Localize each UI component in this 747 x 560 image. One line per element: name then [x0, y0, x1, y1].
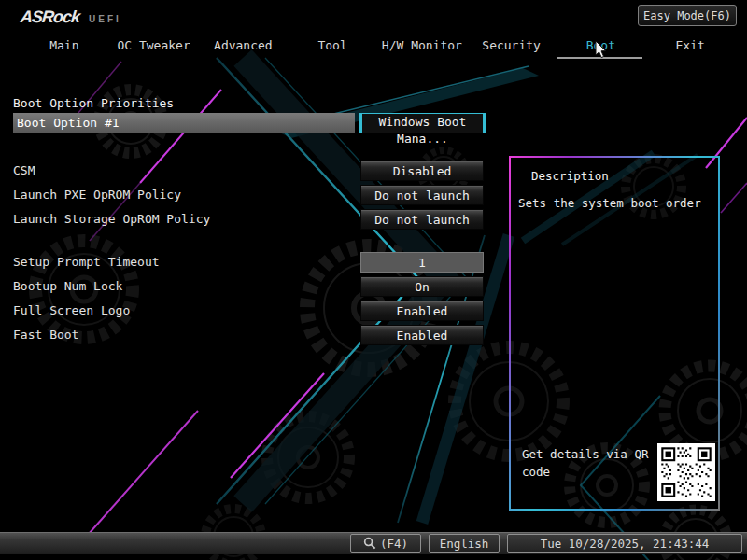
bootup-numlock-value-button[interactable]: On	[360, 276, 484, 297]
tab-security[interactable]: Security	[467, 35, 557, 60]
csm-value-button[interactable]: Disabled	[360, 161, 484, 181]
setting-row-pxe-oprom: Launch PXE OpROM Policy Do not launch	[0, 185, 504, 205]
fast-boot-value-button[interactable]: Enabled	[360, 325, 484, 345]
tab-oc-tweaker[interactable]: OC Tweaker	[109, 35, 199, 60]
setting-row-fast-boot: Fast Boot Enabled	[0, 325, 504, 345]
asrock-logo-text: ASRock	[20, 7, 80, 27]
description-text: Sets the system boot order	[518, 196, 712, 210]
tab-tool[interactable]: Tool	[288, 35, 377, 60]
setting-label: Launch PXE OpROM Policy	[13, 185, 181, 205]
pxe-oprom-value-button[interactable]: Do not launch	[360, 185, 484, 205]
setting-label: CSM	[13, 161, 35, 181]
setting-label: Full Screen Logo	[13, 301, 130, 321]
boot-settings-page: Boot Option Priorities Boot Option #1 Wi…	[0, 0, 747, 560]
full-screen-logo-value-button[interactable]: Enabled	[360, 301, 484, 321]
tab-hw-monitor[interactable]: H/W Monitor	[377, 35, 467, 60]
qr-code-icon	[657, 443, 715, 501]
setting-row-setup-prompt-timeout: Setup Prompt Timeout 1	[0, 252, 504, 273]
description-title: Description	[531, 169, 609, 183]
status-bar: (F4) English Tue 10/28/2025, 21:43:44	[0, 532, 747, 554]
setup-prompt-timeout-field[interactable]: 1	[360, 252, 484, 273]
search-button[interactable]: (F4)	[350, 534, 421, 553]
asrock-logo: ASRock UEFI	[21, 7, 121, 27]
mouse-cursor-icon	[595, 41, 608, 60]
setting-row-csm: CSM Disabled	[0, 161, 504, 181]
datetime-display[interactable]: Tue 10/28/2025, 21:43:44	[507, 534, 742, 553]
boot-option-1-value[interactable]: Windows Boot Mana...	[359, 113, 486, 133]
search-hotkey-label: (F4)	[380, 537, 408, 551]
section-title: Boot Option Priorities	[13, 96, 174, 110]
tab-exit[interactable]: Exit	[645, 35, 735, 60]
storage-oprom-value-button[interactable]: Do not launch	[360, 209, 484, 230]
uefi-logo-text: UEFI	[89, 14, 121, 24]
tab-advanced[interactable]: Advanced	[199, 35, 289, 60]
description-divider	[511, 189, 718, 189]
setting-row-bootup-numlock: Bootup Num-Lock On	[0, 276, 504, 297]
qr-label: Get details via QR code	[522, 445, 660, 482]
setting-row-storage-oprom: Launch Storage OpROM Policy Do not launc…	[0, 209, 504, 230]
language-button[interactable]: English	[429, 534, 500, 553]
boot-option-1-row[interactable]: Boot Option #1	[13, 113, 355, 133]
setting-label: Fast Boot	[13, 325, 78, 345]
top-header: ASRock UEFI Easy Mode(F6)	[0, 0, 747, 34]
uefi-screen: ASRock UEFI Easy Mode(F6) Main OC Tweake…	[0, 0, 747, 560]
setting-label: Setup Prompt Timeout	[13, 252, 160, 273]
setting-label: Launch Storage OpROM Policy	[13, 209, 210, 230]
easy-mode-button[interactable]: Easy Mode(F6)	[638, 5, 737, 26]
tab-main[interactable]: Main	[20, 35, 109, 60]
setting-row-full-screen-logo: Full Screen Logo Enabled	[0, 301, 504, 321]
description-panel: Description Sets the system boot order G…	[509, 156, 720, 511]
setting-label: Bootup Num-Lock	[13, 276, 122, 297]
search-icon	[363, 537, 376, 550]
